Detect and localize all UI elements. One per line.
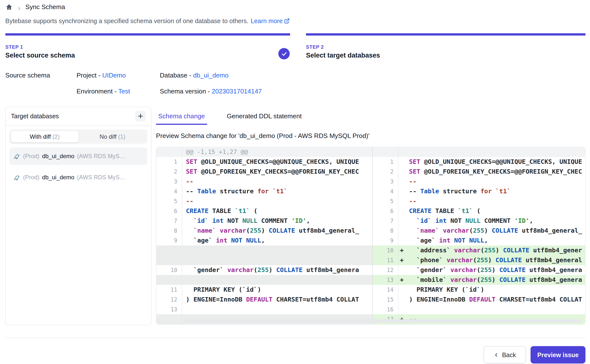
diff-code-row: 13+ `mobile` varchar(255) COLLATE utf8mb…	[373, 275, 585, 285]
diff-hunk-header: @@ -1,15 +1,27 @@	[156, 147, 372, 157]
mysql-icon	[13, 174, 20, 181]
diff-pane-target: 1SET @OLD_UNIQUE_CHECKS=@@UNIQUE_CHECKS,…	[372, 147, 585, 324]
added-line-marker: +	[400, 245, 409, 255]
field-environment: Environment - Test	[77, 88, 130, 95]
diff-code-row: 3--	[373, 177, 585, 186]
environment-link[interactable]: Test	[118, 88, 130, 95]
field-database: Database - db_ui_demo	[160, 72, 229, 79]
page-title: Sync Schema	[25, 3, 65, 11]
external-link-icon	[284, 18, 290, 24]
step2-label: STEP 2	[306, 44, 324, 50]
back-button[interactable]: Back	[484, 346, 526, 364]
diff-code-row: 8 `name` varchar(255) COLLATE utf8mb4_ge…	[156, 226, 372, 236]
diff-code-row: 4-- Table structure for `t1`	[156, 186, 372, 196]
diff-filler-row	[156, 275, 372, 285]
page-description: Bytebase supports synchronizing a specif…	[5, 17, 290, 25]
diff-code-row: 1SET @OLD_UNIQUE_CHECKS=@@UNIQUE_CHECKS,…	[373, 157, 585, 167]
diff-code-row: 13	[156, 304, 372, 314]
step1-label: STEP 1	[5, 44, 23, 50]
diff-code-row: 7 `id` int NOT NULL COMMENT 'ID',	[373, 216, 585, 226]
target-database-list: (Prod)db_ui_demo(AWS RDS MyS…(Prod)db_ui…	[6, 146, 151, 192]
chevron-right-icon	[17, 5, 21, 9]
step1-title: Select source schema	[5, 51, 75, 59]
step1-completed-check-icon	[278, 48, 290, 59]
diff-hunk-header	[373, 147, 585, 157]
diff-code-row: 10+ `address` varchar(255) COLLATE utf8m…	[373, 245, 585, 255]
diff-code-row: 3--	[156, 177, 372, 186]
added-line-marker: +	[400, 255, 409, 265]
tab-with-diff[interactable]: With diff (2)	[11, 131, 79, 143]
target-db-item[interactable]: (Prod)db_ui_demo(AWS RDS MyS…	[9, 169, 147, 186]
db-environment: (Prod)	[23, 153, 39, 160]
diff-code-row: 4-- Table structure for `t1`	[373, 186, 585, 196]
diff-code-row: 2SET @OLD_FOREIGN_KEY_CHECKS=@@FOREIGN_K…	[373, 167, 585, 177]
diff-code-row: 5--	[373, 196, 585, 206]
footer-divider	[5, 338, 586, 338]
target-databases-title: Target databases	[11, 113, 59, 120]
home-icon[interactable]	[5, 3, 13, 11]
source-schema-label: Source schema	[5, 72, 50, 79]
diff-code-row: 6CREATE TABLE `t1` (	[373, 206, 585, 216]
diff-code-row: 15) ENGINE=InnoDB DEFAULT CHARSET=utf8mb…	[373, 295, 585, 304]
horizontal-scrollbar[interactable]	[183, 319, 581, 323]
db-name: db_ui_demo	[42, 174, 74, 181]
diff-filler-row	[156, 255, 372, 265]
sync-schema-page: Sync Schema Bytebase supports synchroniz…	[0, 0, 590, 364]
schema-view-tabs: Schema change Generated DDL statement	[156, 112, 304, 125]
schema-version-link[interactable]: 20230317014147	[212, 88, 262, 95]
diff-code-row: 5--	[156, 196, 372, 206]
tab-generated-ddl[interactable]: Generated DDL statement	[225, 112, 304, 125]
preview-title: Preview Schema change for 'db_ui_demo (P…	[156, 132, 370, 140]
diff-code-row: 14 PRIMARY KEY (`id`)	[373, 285, 585, 295]
target-databases-header: Target databases	[6, 107, 151, 125]
diff-pane-source: @@ -1,15 +1,27 @@1SET @OLD_UNIQUE_CHECKS…	[156, 147, 372, 324]
diff-code-row: 6CREATE TABLE `t1` (	[156, 206, 372, 216]
tab-schema-change[interactable]: Schema change	[156, 112, 207, 125]
diff-code-row: 16	[373, 304, 585, 314]
diff-code-row: 12 `gender` varchar(255) COLLATE utf8mb4…	[373, 265, 585, 275]
diff-code-row: 2SET @OLD_FOREIGN_KEY_CHECKS=@@FOREIGN_K…	[156, 167, 372, 177]
db-name: db_ui_demo	[42, 153, 74, 160]
diff-code-row: 8 `name` varchar(255) COLLATE utf8mb4_ge…	[373, 226, 585, 236]
diff-code-row: 9 `age` int NOT NULL,	[373, 236, 585, 245]
field-project: Project - UIDemo	[77, 72, 126, 79]
diff-code-row: 11 PRIMARY KEY (`id`)	[156, 285, 372, 295]
field-schema-version: Schema version - 20230317014147	[160, 88, 262, 95]
step2-title: Select target databases	[306, 51, 380, 59]
diff-code-row: 9 `age` int NOT NULL,	[156, 236, 372, 245]
tab-no-diff[interactable]: No diff (1)	[79, 131, 146, 143]
diff-code-row: 12) ENGINE=InnoDB DEFAULT CHARSET=utf8mb…	[156, 295, 372, 304]
learn-more-link[interactable]: Learn more	[251, 17, 290, 25]
diff-code-row: 11+ `phone` varchar(255) COLLATE utf8mb4…	[373, 255, 585, 265]
db-environment: (Prod)	[23, 174, 39, 181]
db-instance: (AWS RDS MyS…	[77, 153, 144, 160]
added-line-marker: +	[400, 275, 409, 285]
add-target-database-button[interactable]	[135, 111, 146, 121]
diff-code-row: 1SET @OLD_UNIQUE_CHECKS=@@UNIQUE_CHECKS,…	[156, 157, 372, 167]
step2-progress-bar	[306, 33, 586, 35]
target-databases-panel: Target databases With diff (2) No diff (…	[5, 107, 152, 325]
diff-code-row: 7 `id` int NOT NULL COMMENT 'ID',	[156, 216, 372, 226]
diff-filler-row	[156, 245, 372, 255]
diff-code-row: 10 `gender` varchar(255) COLLATE utf8mb4…	[156, 265, 372, 275]
breadcrumb: Sync Schema	[5, 3, 65, 11]
chevron-left-icon	[494, 352, 499, 357]
description-text: Bytebase supports synchronizing a specif…	[5, 17, 248, 25]
preview-issue-button[interactable]: Preview issue	[531, 346, 586, 364]
project-link[interactable]: UIDemo	[102, 72, 126, 79]
schema-diff-viewer: @@ -1,15 +1,27 @@1SET @OLD_UNIQUE_CHECKS…	[156, 147, 586, 325]
step1-progress-bar	[5, 33, 290, 35]
db-instance: (AWS RDS MyS…	[77, 174, 144, 181]
database-link[interactable]: db_ui_demo	[193, 72, 229, 79]
diff-filter-tabs: With diff (2) No diff (1)	[9, 129, 147, 144]
target-db-item[interactable]: (Prod)db_ui_demo(AWS RDS MyS…	[9, 148, 147, 165]
mysql-icon	[13, 153, 20, 160]
